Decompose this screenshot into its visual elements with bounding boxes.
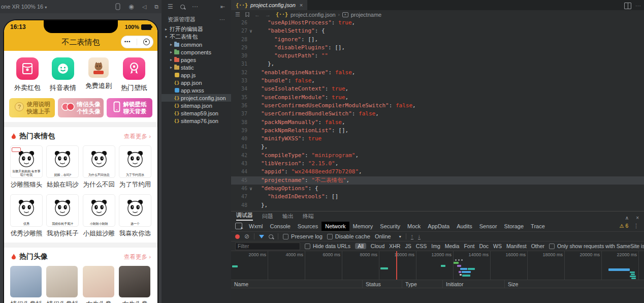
capsule-target-icon[interactable] bbox=[143, 39, 150, 45]
timeline-request-bar[interactable] bbox=[441, 265, 445, 267]
import-har-icon[interactable]: ↑ bbox=[411, 234, 413, 239]
timeline-request-bar[interactable] bbox=[455, 259, 457, 261]
debugger-tab-输出[interactable]: 输出 bbox=[282, 213, 294, 221]
column-header-name[interactable]: Name bbox=[231, 280, 362, 288]
more-dots-icon[interactable]: ••• bbox=[124, 40, 131, 44]
devtools-tab-security[interactable]: Security bbox=[376, 222, 404, 231]
record-button[interactable] bbox=[235, 234, 240, 239]
window-more-icon[interactable]: ⋯ bbox=[635, 3, 641, 9]
code-line[interactable]: 28"ignore": [], bbox=[231, 36, 644, 44]
devtools-more-icon[interactable]: ⋮ bbox=[633, 223, 639, 229]
sticker-card[interactable]: 为什么不回信息 bbox=[83, 145, 115, 178]
timeline-request-bar[interactable] bbox=[631, 274, 635, 275]
filter-chip-doc[interactable]: Doc bbox=[479, 243, 489, 249]
filter-chip-media[interactable]: Media bbox=[445, 243, 460, 249]
nav-forward-icon[interactable]: → bbox=[265, 12, 271, 18]
column-header-initiator[interactable]: Initiator bbox=[442, 280, 504, 288]
collapse-sidebar-icon[interactable]: ⇤ bbox=[220, 4, 225, 10]
export-har-icon[interactable]: ↓ bbox=[418, 234, 421, 239]
timeline-request-bar[interactable] bbox=[458, 259, 460, 261]
sticker-card[interactable]: 我劝你耗子尾汁 bbox=[46, 194, 79, 227]
grid-item[interactable]: 外卖红包 bbox=[12, 57, 43, 93]
code-line[interactable]: 40"minifyWXSS": true bbox=[231, 135, 644, 143]
timeline-request-bar[interactable] bbox=[457, 265, 461, 267]
devtools-tab-console[interactable]: Console bbox=[267, 222, 294, 231]
tree-item-app.js[interactable]: app.js bbox=[162, 71, 231, 79]
timeline-request-bar[interactable] bbox=[380, 267, 388, 269]
devtools-tab-storage[interactable]: Storage bbox=[501, 222, 528, 231]
bookmark-icon[interactable] bbox=[245, 12, 249, 17]
code-line[interactable]: 26"useApiHostProcess": true, bbox=[231, 19, 644, 27]
timeline-request-bar[interactable] bbox=[454, 262, 459, 264]
disable-cache-checkbox[interactable]: Disable cache bbox=[327, 233, 370, 239]
filter-chip-manifest[interactable]: Manifest bbox=[506, 243, 527, 249]
preserve-log-checkbox[interactable]: Preserve log bbox=[283, 233, 323, 239]
timeline-request-bar[interactable] bbox=[630, 276, 636, 277]
see-more-link[interactable]: 查看更多 › bbox=[124, 253, 151, 261]
timeline-request-bar[interactable] bbox=[460, 268, 467, 270]
filter-chip-other[interactable]: Other bbox=[531, 243, 544, 249]
search-icon[interactable] bbox=[180, 5, 185, 9]
timeline-request-bar[interactable] bbox=[232, 265, 238, 267]
layout-columns-icon[interactable] bbox=[624, 3, 631, 9]
devtools-tab-sensor[interactable]: Sensor bbox=[476, 222, 501, 231]
code-line[interactable]: 42"compileType": "miniprogram", bbox=[231, 152, 644, 160]
filter-chip-all[interactable]: All bbox=[355, 243, 366, 249]
avatar-image[interactable] bbox=[10, 266, 42, 297]
devtools-tab-network[interactable]: Network bbox=[321, 222, 349, 231]
timeline-request-bar[interactable] bbox=[630, 271, 635, 273]
tree-item-static[interactable]: ▸static bbox=[162, 64, 231, 71]
search-icon[interactable] bbox=[269, 234, 273, 239]
sticker-card[interactable]: 别整天抱抱抱 有本事唱个给我 bbox=[10, 145, 43, 178]
fold-chevron-icon[interactable]: ∨ bbox=[247, 27, 254, 35]
tree-item-[interactable]: ▸打开的编辑器 bbox=[162, 25, 231, 33]
tree-item-common[interactable]: ▸common bbox=[162, 41, 231, 48]
code-line[interactable]: 27∨"babelSetting": { bbox=[231, 27, 644, 35]
more-icon[interactable]: ⋯ bbox=[192, 3, 198, 10]
code-line[interactable]: 39"packNpmRelationList": [], bbox=[231, 127, 644, 135]
filter-chip-ws[interactable]: WS bbox=[493, 243, 502, 249]
timeline-request-bar[interactable] bbox=[608, 268, 630, 271]
code-line[interactable]: 45"projectname": "不二表情包", bbox=[231, 176, 644, 185]
timeline-request-bar[interactable] bbox=[631, 278, 636, 279]
devtools-tab-sources[interactable]: Sources bbox=[294, 222, 321, 231]
timeline-request-bar[interactable] bbox=[459, 271, 461, 273]
code-editor[interactable]: 26"useApiHostProcess": true,27∨"babelSet… bbox=[231, 19, 644, 209]
tree-item-pages[interactable]: ▸pages bbox=[162, 56, 231, 64]
avatar-image[interactable] bbox=[46, 266, 78, 297]
avatar-image[interactable] bbox=[83, 266, 114, 297]
tree-item-project.config.json[interactable]: {}project.config.json bbox=[162, 94, 231, 102]
tree-item-app.json[interactable]: {}app.json bbox=[162, 79, 231, 86]
banner-button[interactable]: 解锁壁纸聊天背景 bbox=[107, 98, 152, 117]
throttling-select[interactable]: Online ▾ bbox=[375, 233, 401, 239]
banner-button[interactable]: ?使用说明快速上手 bbox=[9, 98, 55, 117]
close-tab-icon[interactable]: × bbox=[300, 2, 303, 8]
debugger-tab-终端[interactable]: 终端 bbox=[303, 213, 314, 221]
column-header-status[interactable]: Status bbox=[362, 280, 402, 288]
devtools-tab-memory[interactable]: Memory bbox=[349, 222, 377, 231]
sticker-card[interactable]: 小姐姐小姐姐 bbox=[83, 194, 115, 227]
tree-item-[interactable]: ▾不二表情包 bbox=[162, 33, 231, 41]
nav-back-icon[interactable]: ← bbox=[254, 12, 260, 18]
record-icon[interactable]: ◉ bbox=[128, 3, 134, 10]
code-line[interactable]: 34"useIsolateContext": true, bbox=[231, 85, 644, 93]
breadcrumb[interactable]: {··} project.config.json › a projectname bbox=[276, 12, 381, 18]
filter-chip-css[interactable]: CSS bbox=[416, 243, 427, 249]
timeline-request-bar[interactable] bbox=[461, 259, 463, 261]
explorer-more-icon[interactable]: ⋯ bbox=[219, 16, 225, 23]
collapse-icon[interactable]: ∧ bbox=[625, 215, 629, 221]
see-more-link[interactable]: 查看更多 › bbox=[124, 133, 151, 140]
code-line[interactable]: 35"useCompilerModule": true, bbox=[231, 94, 644, 102]
inspect-element-icon[interactable] bbox=[235, 223, 242, 229]
tree-item-components[interactable]: ▸components bbox=[162, 48, 231, 56]
device-selector[interactable]: one XR 100% 16 ▾ bbox=[1, 4, 47, 10]
filter-chip-js[interactable]: JS bbox=[405, 243, 411, 249]
code-line[interactable]: 47"hidedInDevtools": [] bbox=[231, 193, 644, 201]
banner-button[interactable]: 情侣头像个性头像 bbox=[58, 98, 104, 117]
column-header-size[interactable]: Size bbox=[504, 280, 544, 288]
devtools-tab-mock[interactable]: Mock bbox=[404, 222, 424, 231]
warning-badge[interactable]: ⚠6 bbox=[619, 223, 628, 229]
filter-chip-font[interactable]: Font bbox=[464, 243, 474, 249]
fold-chevron-icon[interactable]: ∨ bbox=[247, 185, 254, 193]
devtools-tab-audits[interactable]: Audits bbox=[453, 222, 476, 231]
